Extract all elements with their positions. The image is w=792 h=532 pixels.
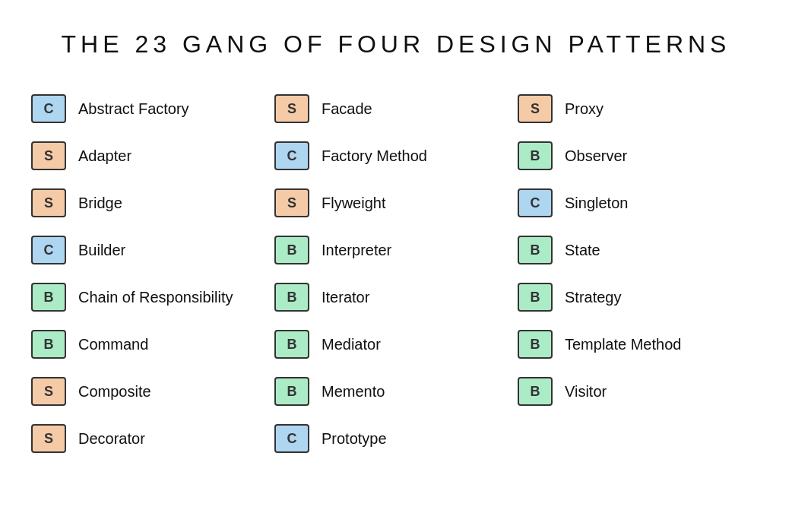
- pattern-name: Abstract Factory: [78, 100, 189, 118]
- pattern-item: SFacade: [274, 89, 518, 128]
- column-3: SProxyBObserverCSingletonBStateBStrategy…: [518, 89, 761, 458]
- pattern-item: SAdapter: [31, 136, 274, 176]
- pattern-item: BInterpreter: [274, 230, 518, 270]
- pattern-badge: B: [518, 236, 553, 264]
- pattern-item: SProxy: [518, 89, 761, 128]
- pattern-badge: S: [274, 94, 309, 123]
- pattern-item: BTemplate Method: [518, 325, 761, 364]
- column-1: CAbstract FactorySAdapterSBridgeCBuilder…: [31, 89, 274, 458]
- pattern-item: CBuilder: [31, 230, 274, 270]
- pattern-item: SComposite: [31, 372, 274, 411]
- pattern-name: Command: [78, 336, 148, 353]
- pattern-badge: C: [274, 141, 309, 170]
- pattern-name: Bridge: [78, 195, 122, 212]
- pattern-name: Facade: [322, 100, 372, 118]
- pattern-badge: C: [518, 188, 553, 217]
- pattern-name: Decorator: [78, 430, 145, 448]
- pattern-name: Mediator: [322, 336, 381, 353]
- pattern-item: BMediator: [274, 325, 518, 364]
- pattern-item: BVisitor: [518, 372, 761, 411]
- pattern-name: Adapter: [78, 147, 131, 165]
- pattern-badge: C: [31, 94, 66, 123]
- pattern-name: Singleton: [565, 195, 628, 212]
- pattern-badge: S: [31, 424, 66, 453]
- pattern-name: Chain of Responsibility: [78, 289, 233, 306]
- pattern-item: BChain of Responsibility: [31, 277, 274, 317]
- pattern-item: CSingleton: [518, 183, 761, 223]
- pattern-item: BState: [518, 230, 761, 270]
- pattern-name: Memento: [322, 383, 385, 401]
- pattern-name: Factory Method: [322, 147, 427, 165]
- pattern-name: Composite: [78, 383, 151, 401]
- pattern-name: Observer: [565, 147, 627, 165]
- pattern-name: Prototype: [322, 430, 387, 448]
- pattern-badge: B: [518, 283, 553, 312]
- pattern-badge: S: [31, 377, 66, 406]
- pattern-badge: S: [274, 188, 309, 217]
- pattern-badge: B: [274, 377, 309, 406]
- pattern-item: SFlyweight: [274, 183, 518, 223]
- pattern-badge: S: [31, 141, 66, 170]
- pattern-name: Builder: [78, 242, 125, 259]
- pattern-badge: B: [274, 330, 309, 359]
- pattern-name: Iterator: [322, 289, 369, 306]
- pattern-name: Interpreter: [322, 242, 391, 259]
- pattern-name: Template Method: [565, 336, 681, 353]
- pattern-item: BIterator: [274, 277, 518, 317]
- pattern-badge: B: [31, 283, 66, 312]
- pattern-badge: C: [274, 424, 309, 453]
- pattern-badge: B: [518, 330, 553, 359]
- pattern-name: Flyweight: [322, 195, 385, 212]
- pattern-name: Visitor: [565, 383, 607, 401]
- pattern-item: CFactory Method: [274, 136, 518, 176]
- pattern-badge: B: [31, 330, 66, 359]
- pattern-badge: B: [274, 283, 309, 312]
- pattern-badge: B: [518, 377, 553, 406]
- pattern-badge: B: [518, 141, 553, 170]
- pattern-item: BCommand: [31, 325, 274, 364]
- pattern-item: SBridge: [31, 183, 274, 223]
- pattern-item: CAbstract Factory: [31, 89, 274, 128]
- page-title: THE 23 GANG OF FOUR DESIGN PATTERNS: [62, 30, 731, 59]
- pattern-badge: B: [274, 236, 309, 264]
- pattern-name: Strategy: [565, 289, 621, 306]
- pattern-item: BStrategy: [518, 277, 761, 317]
- pattern-name: Proxy: [565, 100, 604, 118]
- pattern-item: SDecorator: [31, 419, 274, 458]
- column-2: SFacadeCFactory MethodSFlyweightBInterpr…: [274, 89, 518, 458]
- pattern-badge: S: [31, 188, 66, 217]
- pattern-badge: C: [31, 236, 66, 264]
- pattern-item: BObserver: [518, 136, 761, 176]
- pattern-badge: S: [518, 94, 553, 123]
- patterns-grid: CAbstract FactorySAdapterSBridgeCBuilder…: [15, 89, 777, 458]
- pattern-name: State: [565, 242, 600, 259]
- pattern-item: BMemento: [274, 372, 518, 411]
- pattern-item: CPrototype: [274, 419, 518, 458]
